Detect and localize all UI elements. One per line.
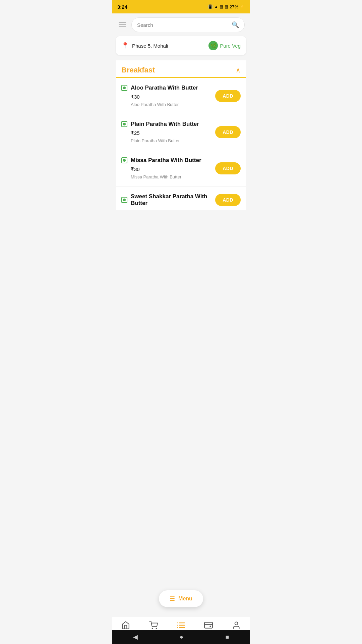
search-box[interactable]: 🔍 bbox=[131, 17, 245, 32]
vibrate-icon: 📳 bbox=[208, 4, 213, 9]
item-description: Missa Paratha With Butter bbox=[131, 174, 211, 179]
item-header: Sweet Shakkar Paratha With Butter bbox=[121, 193, 211, 207]
section-title: Breakfast bbox=[121, 66, 155, 74]
item-price: ₹30 bbox=[131, 94, 211, 100]
veg-indicator bbox=[121, 121, 127, 127]
hamburger-menu-button[interactable] bbox=[117, 21, 127, 29]
search-area: 🔍 bbox=[112, 13, 250, 36]
item-description: Aloo Paratha With Butter bbox=[131, 102, 211, 107]
veg-leaf-icon: 🌿 bbox=[208, 41, 218, 50]
add-button-aloo-paratha[interactable]: ADD bbox=[215, 90, 241, 102]
pure-veg-badge[interactable]: 🌿 Pure Veg bbox=[208, 41, 241, 50]
location-bar[interactable]: 📍 Phase 5, Mohali 🌿 Pure Veg bbox=[116, 36, 246, 55]
item-info: Aloo Paratha With Butter ₹30 Aloo Parath… bbox=[121, 85, 211, 107]
pure-veg-label: Pure Veg bbox=[220, 43, 241, 49]
menu-item-plain-paratha: Plain Paratha With Butter ₹25 Plain Para… bbox=[116, 114, 246, 150]
wifi-icon: ▲ bbox=[214, 4, 218, 9]
item-header: Plain Paratha With Butter bbox=[121, 121, 211, 127]
add-button-plain-paratha[interactable]: ADD bbox=[215, 126, 241, 138]
status-bar: 3:24 📳 ▲ ▦ ▦ 27% ⚡ bbox=[112, 0, 250, 13]
veg-indicator bbox=[121, 85, 127, 91]
item-info: Sweet Shakkar Paratha With Butter bbox=[121, 193, 211, 207]
item-price: ₹30 bbox=[131, 166, 211, 172]
location-left: 📍 Phase 5, Mohali bbox=[121, 42, 168, 49]
veg-indicator bbox=[121, 197, 127, 203]
search-input[interactable] bbox=[137, 22, 232, 28]
menu-item-aloo-paratha: Aloo Paratha With Butter ₹30 Aloo Parath… bbox=[116, 78, 246, 114]
item-name: Plain Paratha With Butter bbox=[131, 121, 199, 127]
section-collapse-button[interactable]: ∧ bbox=[236, 66, 241, 74]
add-button-sweet-paratha[interactable]: ADD bbox=[215, 194, 241, 206]
location-name: Phase 5, Mohali bbox=[132, 43, 168, 49]
signal-icon: ▦ bbox=[220, 4, 223, 9]
menu-item-sweet-paratha-partial: Sweet Shakkar Paratha With Butter ADD bbox=[116, 186, 246, 210]
menu-item-missa-paratha: Missa Paratha With Butter ₹30 Missa Para… bbox=[116, 150, 246, 186]
item-price: ₹25 bbox=[131, 130, 211, 136]
item-info: Missa Paratha With Butter ₹30 Missa Para… bbox=[121, 157, 211, 179]
item-header: Aloo Paratha With Butter bbox=[121, 85, 211, 91]
menu-items-list: Aloo Paratha With Butter ₹30 Aloo Parath… bbox=[116, 78, 246, 186]
item-name: Missa Paratha With Butter bbox=[131, 157, 201, 164]
signal-icon2: ▦ bbox=[225, 4, 228, 9]
search-icon[interactable]: 🔍 bbox=[232, 21, 239, 29]
battery-icon: ⚡ bbox=[240, 4, 245, 9]
veg-indicator bbox=[121, 157, 127, 163]
breakfast-section-header: Breakfast ∧ bbox=[116, 60, 246, 78]
location-pin-icon: 📍 bbox=[121, 42, 129, 49]
battery-level: 27% bbox=[230, 4, 238, 9]
status-icons: 📳 ▲ ▦ ▦ 27% ⚡ bbox=[208, 4, 245, 9]
item-name: Aloo Paratha With Butter bbox=[131, 85, 198, 91]
item-name: Sweet Shakkar Paratha With Butter bbox=[131, 193, 211, 207]
status-time: 3:24 bbox=[117, 4, 127, 10]
add-button-missa-paratha[interactable]: ADD bbox=[215, 162, 241, 174]
item-description: Plain Paratha With Butter bbox=[131, 138, 211, 143]
item-header: Missa Paratha With Butter bbox=[121, 157, 211, 164]
item-info: Plain Paratha With Butter ₹25 Plain Para… bbox=[121, 121, 211, 143]
